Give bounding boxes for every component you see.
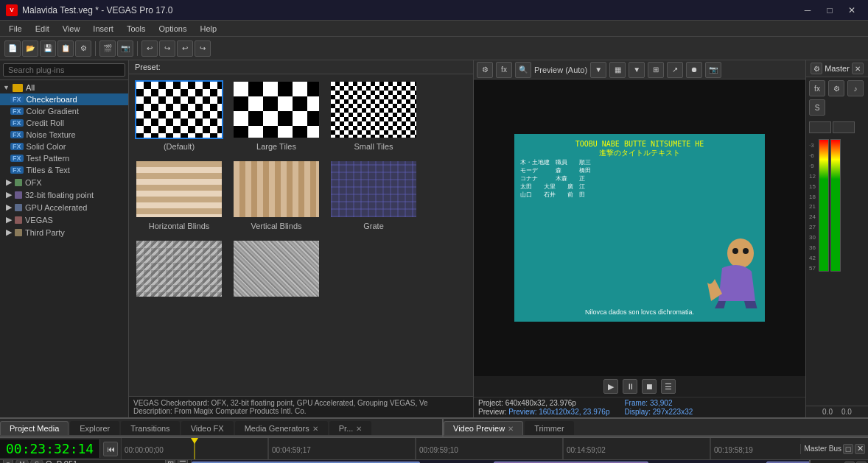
track-expand-btn[interactable]: ≡ xyxy=(3,460,13,463)
master-settings-button[interactable]: ⚙ xyxy=(811,63,822,74)
tab-video-fx[interactable]: Video FX xyxy=(181,421,234,435)
preset-thumb-h-blinds[interactable] xyxy=(135,160,223,219)
fx-item-color-gradient[interactable]: FX Color Gradient xyxy=(0,105,128,117)
tab-project-media[interactable]: Project Media xyxy=(0,421,69,435)
undo2-button[interactable]: ↩ xyxy=(177,40,193,57)
master-fx-button[interactable]: fx xyxy=(809,80,825,96)
fx-item-solid-color[interactable]: FX Solid Color xyxy=(0,141,128,152)
play-button[interactable]: ▶ xyxy=(603,379,618,394)
track-solo-btn[interactable]: S xyxy=(30,460,43,463)
master-controls: fx ⚙ ♪ S xyxy=(806,77,868,119)
tab-close3-icon[interactable]: ✕ xyxy=(508,425,514,433)
preset-default[interactable]: (Default) xyxy=(135,80,223,151)
preset-thumb-grate[interactable] xyxy=(329,160,418,219)
stop-button[interactable]: ⏹ xyxy=(642,379,657,394)
fx-label: Solid Color xyxy=(27,142,66,151)
preset-thumb-v-blinds[interactable] xyxy=(232,160,321,219)
preview-split-button[interactable]: ⊞ xyxy=(648,62,664,78)
toolbar-sep-2 xyxy=(137,41,138,56)
master-close-button[interactable]: ✕ xyxy=(852,63,864,74)
render-button[interactable]: 🎬 xyxy=(99,40,116,57)
preset-thumb-small[interactable] xyxy=(329,80,418,139)
minimize-button[interactable]: ─ xyxy=(797,3,818,18)
preset-thumb-noise2[interactable] xyxy=(232,239,321,298)
open-button[interactable]: 📂 xyxy=(22,40,38,57)
preview-zoom-button[interactable]: 🔍 xyxy=(515,62,531,78)
window-controls[interactable]: ─ □ ✕ xyxy=(797,3,862,18)
menu-tools[interactable]: Tools xyxy=(121,23,152,35)
tab-pr[interactable]: Pr... ✕ xyxy=(329,421,372,435)
track-more-btn[interactable]: ☰ xyxy=(178,460,188,463)
fx-item-credit-roll[interactable]: FX Credit Roll xyxy=(0,117,128,129)
meter-label: ·3 xyxy=(809,142,816,149)
tab-explorer[interactable]: Explorer xyxy=(70,421,119,435)
tab-video-preview[interactable]: Video Preview ✕ xyxy=(444,421,523,435)
master-mute-button[interactable]: ♪ xyxy=(847,80,864,96)
cat-32bit[interactable]: ▶ 32-bit floating point xyxy=(0,188,128,201)
preset-thumb-large[interactable] xyxy=(232,80,321,139)
cat-ofx[interactable]: ▶ OFX xyxy=(0,176,128,188)
track-settings-btn[interactable]: ⊞ xyxy=(165,460,175,463)
pause-button[interactable]: ⏸ xyxy=(623,379,637,394)
fx-item-titles-text[interactable]: FX Titles & Text xyxy=(0,164,128,176)
menu-file[interactable]: File xyxy=(3,23,28,35)
checker-large-pattern xyxy=(234,82,319,138)
fx-item-noise-texture[interactable]: FX Noise Texture xyxy=(0,129,128,141)
preset-noise2[interactable] xyxy=(232,239,321,301)
preset-large-tiles[interactable]: Large Tiles xyxy=(232,80,321,151)
menu-options[interactable]: Options xyxy=(153,23,193,35)
fx-item-checkerboard[interactable]: FX Checkerboard xyxy=(0,93,128,105)
preview-fx-button[interactable]: fx xyxy=(496,62,512,78)
timeline-ruler: 00:00:00;00 00:04:59;17 00:09:59;10 00:1… xyxy=(121,438,800,460)
preset-thumb-noise1[interactable] xyxy=(135,239,223,298)
undo-button[interactable]: ↩ xyxy=(141,40,158,57)
tab-media-generators[interactable]: Media Generators ✕ xyxy=(235,421,328,435)
menu-help[interactable]: Help xyxy=(194,23,223,35)
preview-record-button[interactable]: ⏺ xyxy=(686,62,702,78)
track-mute-btn[interactable]: M xyxy=(15,460,29,463)
cat-third-party[interactable]: ▶ Third Party xyxy=(0,226,128,238)
preview-snap-button[interactable]: 📷 xyxy=(705,62,721,78)
cat-icon xyxy=(15,204,22,211)
preview-ext-button[interactable]: ↗ xyxy=(667,62,683,78)
redo2-button[interactable]: ↪ xyxy=(195,40,211,57)
redo-button[interactable]: ↪ xyxy=(159,40,175,57)
tab-close-icon[interactable]: ✕ xyxy=(312,425,318,433)
master-solo-button[interactable]: S xyxy=(809,99,825,116)
cat-gpu[interactable]: ▶ GPU Accelerated xyxy=(0,201,128,213)
capture-button[interactable]: 📷 xyxy=(117,40,133,57)
save-button[interactable]: 💾 xyxy=(40,40,56,57)
close-button[interactable]: ✕ xyxy=(841,3,862,18)
tab-transitions[interactable]: Transitions xyxy=(121,421,179,435)
tl-btn-1[interactable]: ⏮ xyxy=(103,442,118,456)
preview-quality-button[interactable]: ▼ xyxy=(590,62,606,78)
menu-insert[interactable]: Insert xyxy=(87,23,119,35)
fx-item-test-pattern[interactable]: FX Test Pattern xyxy=(0,152,128,164)
master-config-button[interactable]: ⚙ xyxy=(828,80,844,96)
loop-button[interactable]: ☰ xyxy=(661,379,676,394)
menu-edit[interactable]: Edit xyxy=(29,23,55,35)
tab-trimmer[interactable]: Trimmer xyxy=(525,421,574,435)
save-as-button[interactable]: 📋 xyxy=(57,40,74,57)
master-bus-expand[interactable]: □ xyxy=(843,444,853,454)
master-bus-close[interactable]: ✕ xyxy=(855,444,865,454)
properties-button[interactable]: ⚙ xyxy=(75,40,91,57)
preset-thumb-default[interactable] xyxy=(135,80,223,139)
new-button[interactable]: 📄 xyxy=(4,40,21,57)
preset-noise1[interactable] xyxy=(135,239,223,301)
menu-view[interactable]: View xyxy=(57,23,86,35)
preset-h-blinds[interactable]: Horizontal Blinds xyxy=(135,160,223,230)
right-tabs-area: Video Preview ✕ Trimmer xyxy=(442,419,868,437)
preset-small-tiles[interactable]: Small Tiles xyxy=(329,80,418,151)
preview-settings-button[interactable]: ⚙ xyxy=(477,62,493,78)
search-input[interactable] xyxy=(3,63,125,77)
all-header[interactable]: ▼ All xyxy=(0,82,128,93)
fx-label: Titles & Text xyxy=(27,166,70,174)
preset-grate[interactable]: Grate xyxy=(329,160,418,230)
preset-v-blinds[interactable]: Vertical Blinds xyxy=(232,160,321,230)
tab-close2-icon[interactable]: ✕ xyxy=(356,425,362,433)
cat-vegas[interactable]: ▶ VEGAS xyxy=(0,213,128,226)
preview-grid-button[interactable]: ▦ xyxy=(609,62,626,78)
maximize-button[interactable]: □ xyxy=(819,3,840,18)
preview-more-button[interactable]: ▼ xyxy=(629,62,645,78)
